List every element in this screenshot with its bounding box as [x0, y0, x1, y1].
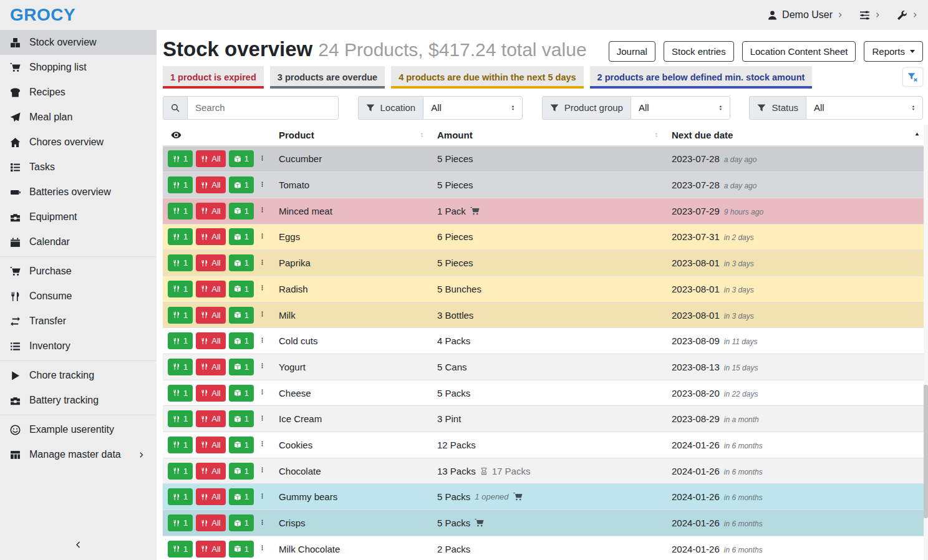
location-select[interactable]: All	[423, 96, 523, 120]
open-one-button[interactable]: 1	[229, 410, 254, 427]
consume-all-button[interactable]: All	[196, 150, 225, 167]
admin-menu[interactable]	[897, 10, 918, 21]
consume-one-button[interactable]: 1	[168, 541, 193, 558]
open-one-button[interactable]: 1	[229, 385, 254, 402]
banner-overdue[interactable]: 3 products are overdue	[270, 66, 385, 89]
consume-one-button[interactable]: 1	[168, 150, 193, 167]
consume-one-button[interactable]: 1	[168, 281, 193, 297]
consume-one-button[interactable]: 1	[168, 410, 193, 427]
row-menu-button[interactable]	[257, 178, 268, 193]
row-menu-button[interactable]	[257, 437, 268, 452]
row-menu-button[interactable]	[257, 490, 268, 504]
sidebar-item-purchase[interactable]: Purchase	[0, 259, 157, 284]
sidebar-item-battery-tracking[interactable]: Battery tracking	[0, 388, 157, 413]
sidebar-item-recipes[interactable]: Recipes	[0, 80, 157, 105]
open-one-button[interactable]: 1	[229, 176, 254, 193]
sidebar-item-transfer[interactable]: Transfer	[0, 309, 157, 334]
row-menu-button[interactable]	[257, 541, 268, 556]
sidebar-item-calendar[interactable]: Calendar	[0, 229, 157, 254]
scrollbar-thumb[interactable]	[924, 385, 928, 518]
search-input[interactable]	[187, 96, 339, 120]
row-menu-button[interactable]	[257, 359, 268, 374]
banner-expired[interactable]: 1 product is expired	[163, 66, 264, 89]
product-group-select[interactable]: All	[631, 96, 730, 120]
row-menu-button[interactable]	[257, 281, 268, 296]
open-one-button[interactable]: 1	[229, 437, 254, 453]
user-menu[interactable]: Demo User	[767, 9, 843, 21]
sidebar-collapse-button[interactable]	[0, 533, 157, 556]
consume-all-button[interactable]: All	[196, 228, 225, 245]
consume-all-button[interactable]: All	[196, 359, 225, 375]
row-menu-button[interactable]	[257, 229, 268, 244]
consume-all-button[interactable]: All	[196, 307, 225, 324]
open-one-button[interactable]: 1	[229, 228, 254, 245]
sidebar-item-tasks[interactable]: Tasks	[0, 155, 157, 180]
sidebar-item-manage-master-data[interactable]: Manage master data	[0, 442, 157, 467]
open-one-button[interactable]: 1	[229, 541, 254, 558]
row-menu-button[interactable]	[257, 256, 268, 271]
toggle-columns-header[interactable]	[163, 125, 279, 145]
consume-all-button[interactable]: All	[196, 437, 225, 453]
sidebar-item-example-userentity[interactable]: Example userentity	[0, 417, 157, 442]
consume-all-button[interactable]: All	[196, 514, 225, 531]
sidebar-item-equipment[interactable]: Equipment	[0, 205, 157, 229]
consume-all-button[interactable]: All	[196, 203, 225, 220]
due-date-column-header[interactable]: Next due date	[672, 125, 924, 145]
grocy-logo[interactable]: GROCY	[10, 5, 75, 25]
row-menu-button[interactable]	[257, 385, 268, 400]
reports-dropdown-button[interactable]: Reports	[864, 41, 923, 62]
consume-one-button[interactable]: 1	[168, 463, 193, 480]
open-one-button[interactable]: 1	[229, 150, 254, 167]
sidebar-item-stock-overview[interactable]: Stock overview	[0, 30, 157, 55]
row-menu-button[interactable]	[257, 463, 268, 478]
open-one-button[interactable]: 1	[229, 254, 254, 271]
consume-one-button[interactable]: 1	[168, 254, 193, 271]
sidebar-item-meal-plan[interactable]: Meal plan	[0, 105, 157, 130]
banner-below-min[interactable]: 2 products are below defined min. stock …	[590, 66, 813, 89]
consume-all-button[interactable]: All	[196, 410, 225, 427]
consume-one-button[interactable]: 1	[168, 437, 193, 453]
row-menu-button[interactable]	[257, 307, 268, 322]
sidebar-item-shopping-list[interactable]: Shopping list	[0, 55, 157, 80]
consume-all-button[interactable]: All	[196, 281, 225, 297]
sidebar-item-batteries-overview[interactable]: Batteries overview	[0, 180, 157, 205]
consume-all-button[interactable]: All	[196, 254, 225, 271]
row-menu-button[interactable]	[257, 516, 268, 531]
open-one-button[interactable]: 1	[229, 488, 254, 505]
sidebar-item-inventory[interactable]: Inventory	[0, 334, 157, 359]
sidebar-item-chore-tracking[interactable]: Chore tracking	[0, 363, 157, 388]
amount-column-header[interactable]: Amount	[437, 125, 672, 145]
open-one-button[interactable]: 1	[229, 359, 254, 375]
product-column-header[interactable]: Product	[279, 125, 437, 145]
status-select[interactable]: All	[806, 96, 923, 120]
journal-button[interactable]: Journal	[609, 41, 655, 62]
open-one-button[interactable]: 1	[229, 203, 254, 220]
consume-one-button[interactable]: 1	[168, 176, 193, 193]
consume-all-button[interactable]: All	[196, 385, 225, 402]
consume-one-button[interactable]: 1	[168, 385, 193, 402]
consume-one-button[interactable]: 1	[168, 332, 193, 349]
consume-all-button[interactable]: All	[196, 488, 225, 505]
open-one-button[interactable]: 1	[229, 281, 254, 297]
clear-filters-button[interactable]	[902, 67, 923, 87]
consume-all-button[interactable]: All	[196, 541, 225, 558]
consume-all-button[interactable]: All	[196, 176, 225, 193]
consume-all-button[interactable]: All	[196, 332, 225, 349]
location-content-sheet-button[interactable]: Location Content Sheet	[742, 41, 856, 62]
banner-due-soon[interactable]: 4 products are due within the next 5 day…	[391, 66, 583, 89]
open-one-button[interactable]: 1	[229, 307, 254, 324]
consume-one-button[interactable]: 1	[168, 203, 193, 220]
consume-one-button[interactable]: 1	[168, 488, 193, 505]
row-menu-button[interactable]	[257, 152, 268, 167]
sidebar-item-consume[interactable]: Consume	[0, 284, 157, 309]
row-menu-button[interactable]	[257, 334, 268, 349]
consume-one-button[interactable]: 1	[168, 359, 193, 375]
row-menu-button[interactable]	[257, 203, 268, 218]
row-menu-button[interactable]	[257, 412, 268, 427]
consume-one-button[interactable]: 1	[168, 514, 193, 531]
consume-one-button[interactable]: 1	[168, 228, 193, 245]
sidebar-item-chores-overview[interactable]: Chores overview	[0, 130, 157, 155]
open-one-button[interactable]: 1	[229, 332, 254, 349]
open-one-button[interactable]: 1	[229, 514, 254, 531]
settings-menu[interactable]	[859, 10, 881, 21]
